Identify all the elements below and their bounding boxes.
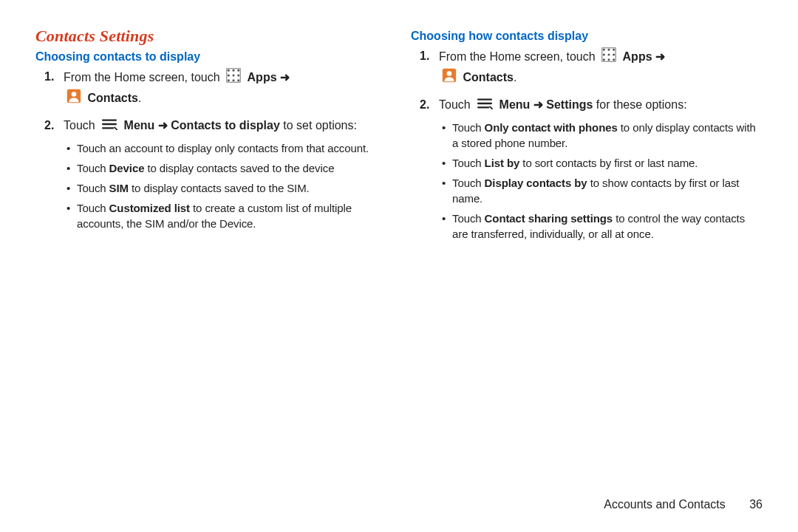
contacts-icon xyxy=(442,68,457,87)
svg-point-3 xyxy=(228,75,230,77)
section-title: Contacts Settings xyxy=(35,27,387,46)
svg-point-0 xyxy=(228,69,230,72)
footer-page-number: 36 xyxy=(749,498,763,511)
footer-chapter: Accounts and Contacts xyxy=(604,498,726,511)
right-step-1: From the Home screen, touch Apps ➜ Conta… xyxy=(439,47,763,89)
bullet-pre: Touch xyxy=(77,162,109,174)
bullet-bold: Display contacts by xyxy=(485,177,587,189)
svg-point-23 xyxy=(613,58,615,61)
menu-label: Menu xyxy=(499,98,531,111)
right-bullets: Touch Only contact with phones to only d… xyxy=(439,120,763,242)
bullet-text: Touch an account to display only contact… xyxy=(77,142,369,154)
step-text: Touch xyxy=(64,119,98,132)
apps-grid-icon xyxy=(601,47,616,66)
step-text: From the Home screen, touch xyxy=(64,71,223,83)
left-subhead: Choosing contacts to display xyxy=(35,50,387,64)
right-column: Choosing how contacts display From the H… xyxy=(411,27,763,532)
punct: . xyxy=(138,92,141,105)
svg-point-15 xyxy=(603,49,605,51)
contacts-label: Contacts xyxy=(463,72,513,84)
path-label: Contacts to display xyxy=(171,119,280,132)
menu-label: Menu xyxy=(124,119,155,132)
svg-point-8 xyxy=(237,79,239,81)
left-column: Contacts Settings Choosing contacts to d… xyxy=(35,27,387,532)
bullet-pre: Touch xyxy=(452,121,485,134)
step-text: Touch xyxy=(439,98,474,111)
apps-label: Apps xyxy=(248,71,277,83)
bullet-post: to sort contacts by first or last name. xyxy=(519,157,698,169)
bullet-pre: Touch xyxy=(452,157,485,169)
svg-point-16 xyxy=(608,49,610,51)
svg-point-21 xyxy=(603,58,605,61)
menu-icon xyxy=(477,97,493,114)
svg-point-7 xyxy=(233,79,235,81)
arrow-icon: ➜ xyxy=(655,50,665,63)
svg-point-11 xyxy=(72,92,77,97)
left-steps: From the Home screen, touch Apps ➜ Conta… xyxy=(35,68,387,231)
step-text: From the Home screen, touch xyxy=(439,50,598,63)
list-item: Touch Only contact with phones to only d… xyxy=(452,120,763,151)
left-step-2: Touch Menu ➜ Contacts to display to set … xyxy=(64,117,387,231)
arrow-icon: ➜ xyxy=(158,119,171,132)
step-suffix: for these options: xyxy=(596,98,687,111)
svg-point-26 xyxy=(447,71,452,76)
svg-point-17 xyxy=(613,49,615,51)
bullet-bold: Device xyxy=(109,162,145,174)
list-item: Touch Contact sharing settings to contro… xyxy=(452,211,763,242)
arrow-icon: ➜ xyxy=(533,98,546,111)
list-item: Touch SIM to display contacts saved to t… xyxy=(77,180,387,196)
bullet-bold: Customized list xyxy=(109,202,190,214)
step-suffix: to set options: xyxy=(283,119,357,132)
path-label: Settings xyxy=(546,98,593,111)
left-step-1: From the Home screen, touch Apps ➜ Conta… xyxy=(64,68,387,109)
page-footer: Accounts and Contacts 36 xyxy=(604,498,763,511)
list-item: Touch an account to display only contact… xyxy=(77,140,387,156)
arrow-icon: ➜ xyxy=(280,71,290,83)
bullet-bold: SIM xyxy=(109,182,129,194)
contacts-icon xyxy=(66,89,81,108)
bullet-pre: Touch xyxy=(77,202,109,214)
apps-label: Apps xyxy=(623,50,652,63)
bullet-post: to display contacts saved to the SIM. xyxy=(129,182,310,194)
svg-point-20 xyxy=(613,54,615,56)
contacts-label: Contacts xyxy=(87,92,137,105)
svg-point-5 xyxy=(237,75,239,77)
svg-point-1 xyxy=(233,69,235,72)
bullet-pre: Touch xyxy=(77,182,109,194)
right-subhead: Choosing how contacts display xyxy=(411,30,763,43)
list-item: Touch List by to sort contacts by first … xyxy=(452,155,763,171)
bullet-bold: List by xyxy=(485,157,520,169)
bullet-pre: Touch xyxy=(452,177,485,189)
bullet-bold: Only contact with phones xyxy=(485,121,618,134)
svg-point-4 xyxy=(233,75,235,77)
manual-page: Contacts Settings Choosing contacts to d… xyxy=(0,0,798,532)
bullet-pre: Touch xyxy=(452,212,485,225)
punct: . xyxy=(514,72,516,84)
svg-point-18 xyxy=(603,54,605,56)
left-bullets: Touch an account to display only contact… xyxy=(64,140,387,231)
svg-point-2 xyxy=(237,69,239,72)
list-item: Touch Customized list to create a custom… xyxy=(77,200,387,231)
list-item: Touch Device to display contacts saved t… xyxy=(77,160,387,176)
svg-point-19 xyxy=(608,54,610,56)
svg-point-6 xyxy=(228,79,230,81)
bullet-post: to display contacts saved to the device xyxy=(144,162,334,174)
list-item: Touch Display contacts by to show contac… xyxy=(452,175,763,206)
svg-point-22 xyxy=(608,58,610,61)
menu-icon xyxy=(101,117,117,134)
right-steps: From the Home screen, touch Apps ➜ Conta… xyxy=(411,47,763,242)
apps-grid-icon xyxy=(226,68,241,87)
right-step-2: Touch Menu ➜ Settings for these options:… xyxy=(439,96,763,241)
bullet-bold: Contact sharing settings xyxy=(485,212,613,225)
